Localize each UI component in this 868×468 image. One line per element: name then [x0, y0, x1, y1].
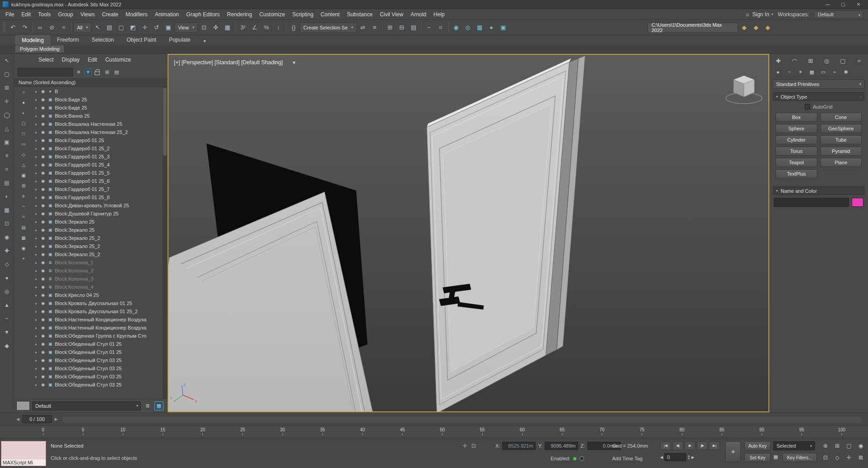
render-tool-icon[interactable]: ◎	[462, 22, 474, 33]
auto-key-button[interactable]: Auto Key	[744, 441, 771, 450]
primitive-button[interactable]: Cylinder	[776, 135, 817, 144]
select-tool-icon[interactable]: ◩	[127, 22, 139, 33]
create-category-icon[interactable]: ●	[773, 67, 783, 76]
active-layer-dropdown[interactable]: Default ▾	[32, 401, 141, 411]
visibility-eye-icon[interactable]: ◉	[39, 309, 47, 314]
left-dock-icon[interactable]: ✚	[2, 246, 11, 255]
primitive-button[interactable]: Box	[776, 113, 817, 122]
render-preset-icon[interactable]: ◆	[739, 22, 750, 33]
explorer-menu-item[interactable]: Display	[58, 55, 83, 64]
expand-chevron-icon[interactable]: ▸	[33, 122, 39, 126]
menu-item[interactable]: Views	[77, 10, 98, 19]
left-dock-icon[interactable]: ~	[2, 314, 11, 323]
left-dock-icon[interactable]: ▲	[2, 301, 11, 310]
visibility-eye-icon[interactable]: ◉	[39, 342, 47, 346]
visibility-eye-icon[interactable]: ◉	[39, 325, 47, 330]
primitive-button[interactable]: Plane	[820, 158, 862, 167]
ribbon-tab[interactable]: Populate	[163, 35, 196, 45]
x-coordinate-field[interactable]: 8525.921m	[502, 442, 536, 450]
create-category-icon[interactable]: ☀	[796, 67, 806, 76]
scene-object-row[interactable]: ▸ ◉ ▣ Block:Обеденный Стул 03 25	[33, 381, 167, 389]
snap-toggle-icon[interactable]: ∠	[249, 22, 260, 33]
visibility-eye-icon[interactable]: ◉	[39, 130, 47, 134]
expand-chevron-icon[interactable]: ▸	[33, 293, 39, 297]
expand-chevron-icon[interactable]: ▸	[33, 114, 39, 118]
toolbar-grip[interactable]	[3, 22, 5, 33]
editor-icon[interactable]: ~	[423, 22, 435, 33]
visibility-eye-icon[interactable]: ◉	[39, 89, 47, 94]
expand-chevron-icon[interactable]: ▸	[33, 326, 39, 330]
scene-object-row[interactable]: ▸ ◉ ▣ Block:Зеркало 25	[33, 226, 167, 234]
expand-chevron-icon[interactable]: ▸	[33, 204, 39, 208]
tab-polygon-modeling[interactable]: Polygon Modeling	[15, 45, 64, 53]
left-dock-icon[interactable]: ▢	[2, 70, 11, 79]
visibility-eye-icon[interactable]: ◉	[39, 293, 47, 297]
menu-item[interactable]: Modifiers	[122, 10, 151, 19]
menu-item[interactable]: Help	[430, 10, 448, 19]
menu-item[interactable]: Customize	[256, 10, 289, 19]
visibility-eye-icon[interactable]: ◉	[39, 277, 47, 281]
scene-object-row[interactable]: ▸ ◉ ▣ Block:Гардероб 01 25_8	[33, 193, 167, 201]
transform-gizmo-icon[interactable]: ⊡	[471, 443, 476, 449]
visibility-eye-icon[interactable]: ◉	[39, 195, 47, 200]
scene-object-row[interactable]: ▸ ◉ ▣ Block:Кровать Двуспальная 01 25	[33, 299, 167, 307]
left-dock-icon[interactable]: ◯	[2, 110, 11, 119]
left-dock-icon[interactable]: ◉	[2, 233, 11, 242]
expand-chevron-icon[interactable]: ▸	[33, 236, 39, 240]
menu-item[interactable]: Edit	[18, 10, 34, 19]
pivot-tool-icon[interactable]: ✜	[210, 22, 221, 33]
expand-chevron-icon[interactable]: ▸	[33, 147, 39, 151]
y-coordinate-field[interactable]: 9095.489m	[545, 442, 578, 450]
menu-item[interactable]: Rendering	[223, 10, 255, 19]
menu-item[interactable]: Group	[54, 10, 77, 19]
transport-button[interactable]: ◀|	[672, 441, 683, 450]
transport-button[interactable]: |◀	[660, 441, 671, 450]
command-panel-tab-icon[interactable]: ✚	[773, 56, 784, 66]
primitive-button[interactable]: Tube	[820, 135, 862, 144]
expand-chevron-icon[interactable]: ▸	[33, 342, 39, 346]
left-dock-icon[interactable]: △	[2, 124, 11, 133]
clear-search-icon[interactable]: ✕	[75, 68, 82, 76]
scene-object-row[interactable]: ▸ ◉ ▣ Block:Зеркало 25_2	[33, 242, 167, 250]
left-dock-icon[interactable]: ▤	[2, 178, 11, 187]
menu-item[interactable]: File	[2, 10, 18, 19]
select-tool-icon[interactable]: ↖	[92, 22, 103, 33]
mirror-align-icon[interactable]: ≡	[369, 22, 380, 33]
scene-object-row[interactable]: ▸ ◉ ▣ Block:Гардероб 01 25_2	[33, 144, 167, 153]
viewport-nav-icon[interactable]: ⊕	[820, 441, 830, 450]
expand-chevron-icon[interactable]: ▸	[33, 383, 39, 387]
visibility-eye-icon[interactable]: ◉	[39, 187, 47, 191]
named-selection-icon[interactable]: {}	[288, 22, 299, 33]
explorer-filter-icon[interactable]: △	[20, 161, 27, 168]
create-category-icon[interactable]: ▭	[818, 67, 828, 76]
primitive-button[interactable]: GeoSphere	[820, 124, 862, 133]
selection-filter-dropdown[interactable]: All ▾	[73, 23, 91, 33]
scene-object-row[interactable]: ▸ ◉ ▣ Block:Обеденная Группа с Круглым С…	[33, 332, 167, 340]
reference-coordinate-dropdown[interactable]: View ▾	[174, 23, 198, 33]
expand-chevron-icon[interactable]: ▸	[33, 130, 39, 134]
create-category-icon[interactable]: ≈	[830, 67, 839, 76]
scene-object-row[interactable]: ▸ ◉ ▣ Block:Зеркало 25_2	[33, 234, 167, 242]
autogrid-checkbox[interactable]	[805, 104, 810, 110]
mirror-align-icon[interactable]: ⇌	[357, 22, 369, 33]
snap-toggle-icon[interactable]: 3²	[237, 22, 249, 33]
previous-frame-arrow[interactable]: ◀	[15, 417, 21, 421]
left-dock-icon[interactable]: ≡	[2, 151, 11, 160]
key-mode-dropdown[interactable]: Selected ▾	[773, 441, 815, 450]
explorer-filter-icon[interactable]: ▢	[20, 119, 27, 127]
track-bar-ruler[interactable]: 0 5 10 15 20 25	[0, 425, 868, 439]
viewport-nav-icon[interactable]: ◉	[856, 441, 866, 450]
left-dock-icon[interactable]: ◇	[2, 260, 11, 269]
visibility-eye-icon[interactable]: ◉	[39, 358, 47, 363]
minimize-button[interactable]: —	[820, 0, 835, 9]
explorer-menu-item[interactable]: Select	[35, 55, 57, 64]
expand-chevron-icon[interactable]: ▸	[33, 261, 39, 265]
sign-in-button[interactable]: ☺ Sign In ▾	[745, 11, 773, 18]
expand-chevron-icon[interactable]: ▸	[33, 228, 39, 232]
link-tool-icon[interactable]: ⊘	[46, 22, 58, 33]
primitive-button[interactable]: Torus	[776, 147, 817, 156]
viewport-nav-icon[interactable]: ▢	[844, 441, 854, 450]
scene-object-row[interactable]: ▸ ◉ ▣ Block:Обеденный Стул 01 25	[33, 340, 167, 348]
visibility-eye-icon[interactable]: ◉	[39, 366, 47, 371]
time-slider-track[interactable]	[62, 416, 862, 422]
